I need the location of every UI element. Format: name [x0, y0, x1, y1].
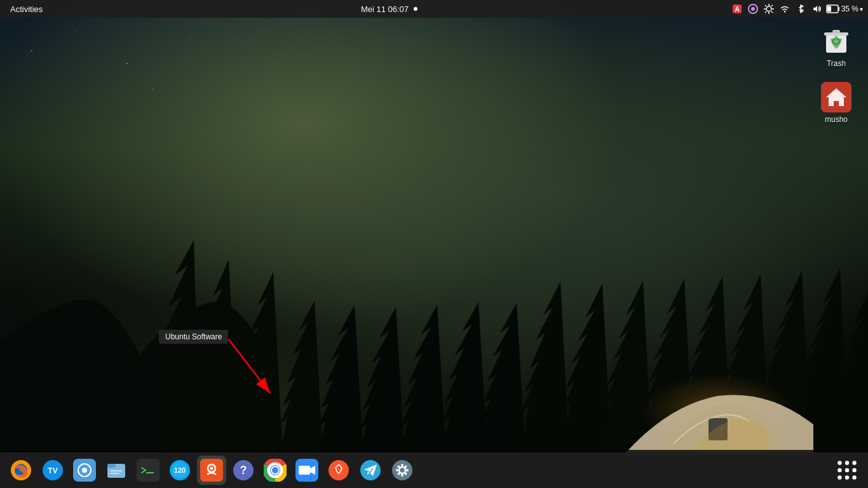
- dock-item-terminal[interactable]: [133, 456, 163, 485]
- svg-point-143: [852, 475, 856, 479]
- wifi-icon[interactable]: [778, 3, 791, 15]
- bluetooth-icon[interactable]: [794, 3, 807, 15]
- dock-item-clockify[interactable]: 120: [165, 456, 194, 485]
- volume-icon[interactable]: [810, 3, 823, 15]
- svg-point-128: [401, 474, 403, 477]
- indicator-icon[interactable]: [747, 3, 759, 15]
- svg-point-102: [82, 468, 87, 473]
- svg-point-130: [406, 469, 409, 471]
- svg-rect-89: [838, 7, 839, 11]
- svg-text:A: A: [735, 6, 739, 13]
- svg-point-142: [845, 475, 849, 479]
- svg-line-85: [771, 5, 773, 6]
- svg-point-129: [396, 469, 398, 471]
- activities-button[interactable]: Activities: [5, 4, 48, 14]
- svg-point-139: [845, 468, 849, 472]
- battery-chevron: ▾: [860, 6, 863, 13]
- dock-item-firefox[interactable]: [6, 456, 36, 485]
- svg-rect-92: [832, 30, 840, 33]
- musho-label: musho: [825, 115, 848, 124]
- desktop-background: [0, 0, 868, 488]
- svg-point-77: [766, 6, 771, 11]
- trash-desktop-icon[interactable]: Trash: [811, 22, 862, 72]
- svg-text:?: ?: [240, 464, 247, 477]
- dock-item-ubuntu-software[interactable]: [197, 456, 226, 485]
- svg-point-140: [852, 468, 856, 472]
- taskbar: TV: [0, 452, 868, 488]
- svg-point-131: [398, 466, 400, 468]
- dock-item-settings[interactable]: [388, 456, 417, 485]
- svg-point-114: [210, 467, 214, 470]
- svg-text:TV: TV: [48, 466, 57, 475]
- battery-percentage: 35 %: [841, 4, 858, 13]
- svg-text:120: 120: [174, 466, 186, 474]
- svg-point-137: [852, 461, 856, 464]
- svg-point-133: [398, 473, 400, 475]
- svg-point-135: [837, 461, 841, 464]
- svg-line-84: [765, 11, 766, 13]
- dock-item-zoom[interactable]: [292, 456, 322, 485]
- svg-rect-106: [110, 473, 119, 474]
- dock-item-app-launcher[interactable]: [832, 456, 862, 485]
- dock-item-help[interactable]: ?: [229, 456, 258, 485]
- dock-item-browser2[interactable]: [70, 456, 99, 485]
- svg-point-86: [783, 11, 785, 12]
- topbar-datetime: Mei 11 06:07: [361, 4, 409, 14]
- svg-point-134: [405, 466, 407, 468]
- display-icon[interactable]: [763, 3, 775, 15]
- svg-rect-105: [110, 470, 123, 471]
- svg-point-138: [837, 468, 841, 472]
- trash-icon-image: [821, 26, 851, 57]
- svg-rect-104: [107, 464, 116, 468]
- topbar: Activities Mei 11 06:07 A: [0, 0, 868, 18]
- svg-rect-122: [299, 466, 310, 475]
- desktop: Activities Mei 11 06:07 A: [0, 0, 868, 488]
- musho-desktop-icon[interactable]: musho: [811, 78, 862, 128]
- svg-line-82: [765, 5, 766, 6]
- svg-point-120: [272, 467, 278, 473]
- dock-item-brave[interactable]: [324, 456, 353, 485]
- svg-point-125: [392, 460, 412, 480]
- svg-point-132: [405, 473, 407, 475]
- svg-point-136: [845, 461, 849, 464]
- svg-point-141: [837, 475, 841, 479]
- svg-rect-88: [827, 6, 831, 12]
- myapp-tray-icon[interactable]: A: [731, 3, 743, 15]
- dock-item-files[interactable]: [102, 456, 131, 485]
- topbar-notification-dot: [414, 7, 417, 11]
- dock-item-telegram[interactable]: [356, 456, 385, 485]
- svg-rect-112: [200, 459, 223, 482]
- svg-point-127: [401, 464, 403, 466]
- svg-rect-107: [137, 459, 159, 482]
- musho-icon-image: [821, 82, 851, 112]
- trash-label: Trash: [827, 59, 846, 68]
- svg-line-83: [771, 11, 773, 13]
- battery-icon[interactable]: 35 % ▾: [826, 3, 863, 15]
- dock-item-chrome[interactable]: [261, 456, 290, 485]
- dock-item-teamviewer[interactable]: TV: [38, 456, 67, 485]
- desktop-icons: Trash musho: [811, 22, 862, 128]
- svg-point-76: [751, 7, 755, 11]
